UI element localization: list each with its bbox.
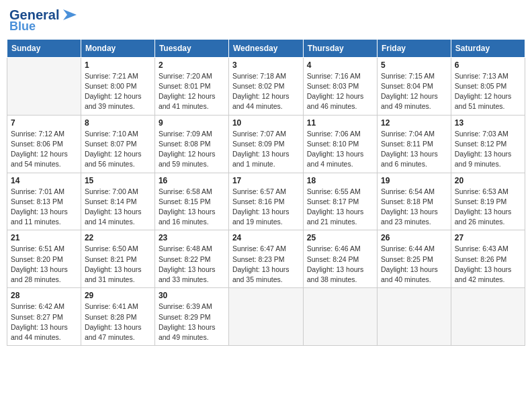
day-info: Sunrise: 6:44 AMSunset: 8:25 PMDaylight:… — [381, 244, 447, 285]
day-info: Sunrise: 6:57 AMSunset: 8:16 PMDaylight:… — [232, 187, 300, 228]
calendar-cell: 16Sunrise: 6:58 AMSunset: 8:15 PMDayligh… — [154, 173, 228, 230]
calendar-header-row: SundayMondayTuesdayWednesdayThursdayFrid… — [7, 39, 525, 57]
day-info: Sunrise: 7:18 AMSunset: 8:02 PMDaylight:… — [232, 71, 300, 112]
logo-arrow-icon — [60, 7, 79, 23]
day-number: 14 — [11, 176, 77, 185]
calendar-cell: 28Sunrise: 6:42 AMSunset: 8:27 PMDayligh… — [7, 288, 81, 346]
day-number: 2 — [159, 60, 225, 70]
calendar-week-row: 7Sunrise: 7:12 AMSunset: 8:06 PMDaylight… — [7, 115, 525, 173]
day-info: Sunrise: 7:10 AMSunset: 8:07 PMDaylight:… — [85, 129, 151, 170]
day-info: Sunrise: 6:58 AMSunset: 8:15 PMDaylight:… — [159, 187, 225, 228]
day-info: Sunrise: 7:06 AMSunset: 8:10 PMDaylight:… — [307, 129, 373, 170]
calendar-cell: 18Sunrise: 6:55 AMSunset: 8:17 PMDayligh… — [303, 173, 377, 230]
day-number: 7 — [11, 118, 77, 128]
calendar-cell: 19Sunrise: 6:54 AMSunset: 8:18 PMDayligh… — [378, 173, 451, 230]
weekday-header-wednesday: Wednesday — [228, 39, 303, 57]
calendar-cell — [378, 288, 451, 346]
day-number: 26 — [381, 233, 447, 242]
day-info: Sunrise: 6:39 AMSunset: 8:29 PMDaylight:… — [159, 302, 225, 342]
calendar-cell — [228, 288, 303, 346]
calendar-week-row: 1Sunrise: 7:21 AMSunset: 8:00 PMDaylight… — [7, 57, 525, 115]
day-number: 20 — [455, 176, 521, 185]
calendar-week-row: 21Sunrise: 6:51 AMSunset: 8:20 PMDayligh… — [7, 230, 525, 288]
day-info: Sunrise: 7:13 AMSunset: 8:05 PMDaylight:… — [455, 71, 521, 112]
calendar-cell: 20Sunrise: 6:53 AMSunset: 8:19 PMDayligh… — [451, 173, 525, 230]
logo-text-blue: Blue — [9, 20, 36, 34]
day-info: Sunrise: 7:20 AMSunset: 8:01 PMDaylight:… — [159, 71, 225, 112]
weekday-header-sunday: Sunday — [7, 39, 81, 57]
calendar-cell: 8Sunrise: 7:10 AMSunset: 8:07 PMDaylight… — [81, 115, 154, 173]
day-info: Sunrise: 7:07 AMSunset: 8:09 PMDaylight:… — [232, 129, 300, 170]
calendar-cell: 24Sunrise: 6:47 AMSunset: 8:23 PMDayligh… — [228, 230, 303, 288]
calendar-cell: 30Sunrise: 6:39 AMSunset: 8:29 PMDayligh… — [154, 288, 228, 346]
day-number: 21 — [11, 233, 77, 242]
day-info: Sunrise: 6:50 AMSunset: 8:21 PMDaylight:… — [85, 244, 151, 285]
day-number: 18 — [307, 176, 373, 185]
day-info: Sunrise: 7:01 AMSunset: 8:13 PMDaylight:… — [11, 187, 77, 228]
day-number: 5 — [381, 60, 447, 70]
calendar-cell: 27Sunrise: 6:43 AMSunset: 8:26 PMDayligh… — [451, 230, 525, 288]
calendar-cell — [303, 288, 377, 346]
day-number: 13 — [455, 118, 521, 128]
day-info: Sunrise: 6:43 AMSunset: 8:26 PMDaylight:… — [455, 244, 521, 285]
calendar-cell: 5Sunrise: 7:15 AMSunset: 8:04 PMDaylight… — [378, 57, 451, 115]
calendar-cell: 3Sunrise: 7:18 AMSunset: 8:02 PMDaylight… — [228, 57, 303, 115]
logo: General Blue — [9, 7, 79, 34]
calendar-week-row: 14Sunrise: 7:01 AMSunset: 8:13 PMDayligh… — [7, 173, 525, 230]
day-number: 17 — [232, 176, 300, 185]
day-number: 23 — [159, 233, 225, 242]
day-number: 19 — [381, 176, 447, 185]
calendar-cell — [451, 288, 525, 346]
page-header: General Blue — [7, 7, 525, 34]
day-info: Sunrise: 6:53 AMSunset: 8:19 PMDaylight:… — [455, 187, 521, 228]
calendar-cell: 6Sunrise: 7:13 AMSunset: 8:05 PMDaylight… — [451, 57, 525, 115]
day-info: Sunrise: 6:55 AMSunset: 8:17 PMDaylight:… — [307, 187, 373, 228]
day-number: 6 — [455, 60, 521, 70]
day-info: Sunrise: 6:51 AMSunset: 8:20 PMDaylight:… — [11, 244, 77, 285]
day-info: Sunrise: 7:15 AMSunset: 8:04 PMDaylight:… — [381, 71, 447, 112]
day-info: Sunrise: 7:16 AMSunset: 8:03 PMDaylight:… — [307, 71, 373, 112]
day-number: 12 — [381, 118, 447, 128]
day-number: 15 — [85, 176, 151, 185]
calendar-cell: 22Sunrise: 6:50 AMSunset: 8:21 PMDayligh… — [81, 230, 154, 288]
calendar-table: SundayMondayTuesdayWednesdayThursdayFrid… — [7, 39, 525, 346]
svg-marker-0 — [63, 9, 77, 20]
day-info: Sunrise: 7:00 AMSunset: 8:14 PMDaylight:… — [85, 187, 151, 228]
day-info: Sunrise: 7:21 AMSunset: 8:00 PMDaylight:… — [85, 71, 151, 112]
day-number: 22 — [85, 233, 151, 242]
day-number: 4 — [307, 60, 373, 70]
day-number: 28 — [11, 291, 77, 300]
calendar-cell: 9Sunrise: 7:09 AMSunset: 8:08 PMDaylight… — [154, 115, 228, 173]
calendar-cell: 15Sunrise: 7:00 AMSunset: 8:14 PMDayligh… — [81, 173, 154, 230]
day-info: Sunrise: 6:42 AMSunset: 8:27 PMDaylight:… — [11, 302, 77, 342]
day-info: Sunrise: 7:03 AMSunset: 8:12 PMDaylight:… — [455, 129, 521, 170]
day-info: Sunrise: 6:54 AMSunset: 8:18 PMDaylight:… — [381, 187, 447, 228]
calendar-cell: 4Sunrise: 7:16 AMSunset: 8:03 PMDaylight… — [303, 57, 377, 115]
day-number: 3 — [232, 60, 300, 70]
calendar-cell: 7Sunrise: 7:12 AMSunset: 8:06 PMDaylight… — [7, 115, 81, 173]
calendar-cell: 2Sunrise: 7:20 AMSunset: 8:01 PMDaylight… — [154, 57, 228, 115]
weekday-header-friday: Friday — [378, 39, 451, 57]
day-info: Sunrise: 7:12 AMSunset: 8:06 PMDaylight:… — [11, 129, 77, 170]
calendar-cell: 21Sunrise: 6:51 AMSunset: 8:20 PMDayligh… — [7, 230, 81, 288]
weekday-header-thursday: Thursday — [303, 39, 377, 57]
day-number: 30 — [159, 291, 225, 300]
calendar-cell: 10Sunrise: 7:07 AMSunset: 8:09 PMDayligh… — [228, 115, 303, 173]
day-number: 9 — [159, 118, 225, 128]
calendar-cell — [7, 57, 81, 115]
weekday-header-saturday: Saturday — [451, 39, 525, 57]
day-info: Sunrise: 6:48 AMSunset: 8:22 PMDaylight:… — [159, 244, 225, 285]
calendar-cell: 23Sunrise: 6:48 AMSunset: 8:22 PMDayligh… — [154, 230, 228, 288]
weekday-header-tuesday: Tuesday — [154, 39, 228, 57]
calendar-cell: 26Sunrise: 6:44 AMSunset: 8:25 PMDayligh… — [378, 230, 451, 288]
calendar-cell: 25Sunrise: 6:46 AMSunset: 8:24 PMDayligh… — [303, 230, 377, 288]
day-number: 8 — [85, 118, 151, 128]
day-info: Sunrise: 6:47 AMSunset: 8:23 PMDaylight:… — [232, 244, 300, 285]
day-number: 24 — [232, 233, 300, 242]
calendar-cell: 17Sunrise: 6:57 AMSunset: 8:16 PMDayligh… — [228, 173, 303, 230]
weekday-header-monday: Monday — [81, 39, 154, 57]
calendar-cell: 13Sunrise: 7:03 AMSunset: 8:12 PMDayligh… — [451, 115, 525, 173]
day-number: 27 — [455, 233, 521, 242]
calendar-cell: 29Sunrise: 6:41 AMSunset: 8:28 PMDayligh… — [81, 288, 154, 346]
day-info: Sunrise: 7:04 AMSunset: 8:11 PMDaylight:… — [381, 129, 447, 170]
